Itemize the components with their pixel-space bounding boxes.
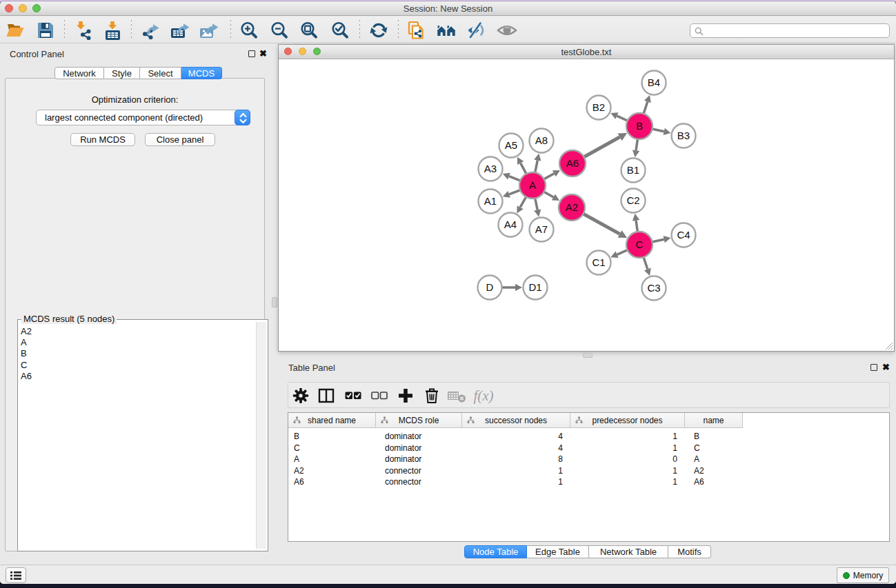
- column-header-shared-name[interactable]: shared name: [288, 413, 376, 428]
- svg-text:A7: A7: [535, 223, 548, 235]
- control-panel-tab-mcds[interactable]: MCDS: [181, 67, 222, 79]
- graph-node-D1[interactable]: D1: [524, 276, 548, 300]
- svg-text:A8: A8: [535, 134, 548, 146]
- table-panel: Table Panel ✖ f(x) shared name MCDS role…: [278, 360, 896, 563]
- table-tab-node-table[interactable]: Node Table: [464, 545, 527, 558]
- table-row[interactable]: A6connector11A6: [288, 476, 889, 487]
- graph-node-A[interactable]: A: [519, 172, 546, 199]
- graph-node-A4[interactable]: A4: [499, 213, 523, 237]
- graph-node-A7[interactable]: A7: [530, 218, 554, 242]
- graph-node-D[interactable]: D: [478, 276, 502, 300]
- table-row[interactable]: Cdominator41C: [288, 442, 889, 454]
- zoom-in-icon[interactable]: [238, 19, 260, 41]
- table-tab-motifs[interactable]: Motifs: [668, 545, 711, 558]
- column-header-successor-nodes[interactable]: successor nodes: [462, 413, 570, 428]
- mcds-result-item[interactable]: B: [18, 348, 268, 359]
- table-cell: 1: [570, 466, 677, 476]
- svg-text:A5: A5: [505, 139, 517, 151]
- save-session-icon[interactable]: [34, 19, 57, 41]
- import-network-icon[interactable]: [72, 19, 94, 41]
- memory-button[interactable]: Memory: [837, 567, 889, 583]
- search-input[interactable]: [690, 23, 890, 38]
- split-columns-icon[interactable]: [315, 385, 337, 407]
- show-panels-button[interactable]: [6, 567, 26, 583]
- horizontal-split-handle[interactable]: [583, 353, 593, 358]
- mcds-result-item[interactable]: A: [18, 337, 268, 348]
- table-tab-network-table[interactable]: Network Table: [589, 545, 668, 558]
- graph-node-A1[interactable]: A1: [479, 190, 503, 214]
- resize-grip-icon[interactable]: [884, 341, 893, 350]
- criterion-select[interactable]: largest connected component (directed): [36, 110, 250, 125]
- table-close-icon[interactable]: ✖: [882, 363, 890, 372]
- close-panel-icon[interactable]: ✖: [259, 49, 267, 58]
- column-header-name[interactable]: name: [685, 413, 743, 428]
- graph-node-C1[interactable]: C1: [587, 251, 611, 275]
- table-row[interactable]: Adominator80A: [288, 453, 889, 465]
- graph-node-C2[interactable]: C2: [621, 189, 646, 213]
- table-float-icon[interactable]: [870, 364, 877, 371]
- export-network-icon[interactable]: [139, 19, 161, 41]
- zoom-out-icon[interactable]: [268, 19, 290, 41]
- close-panel-button[interactable]: Close panel: [145, 133, 215, 146]
- graph-node-A8[interactable]: A8: [530, 129, 554, 153]
- toolbar-separator: [359, 20, 360, 41]
- table-cell: 8: [462, 454, 563, 464]
- function-builder-icon: f(x): [472, 385, 495, 407]
- graph-node-C[interactable]: C: [626, 232, 653, 258]
- zoom-selected-icon[interactable]: [329, 19, 351, 41]
- zoom-fit-icon[interactable]: [298, 19, 320, 41]
- criterion-value: largest connected component (directed): [45, 112, 203, 123]
- float-panel-icon[interactable]: [248, 50, 255, 57]
- graph-node-C4[interactable]: C4: [672, 223, 696, 247]
- table-row[interactable]: A2connector11A2: [288, 465, 889, 476]
- session-files-icon[interactable]: [406, 19, 428, 41]
- table-cell: 1: [462, 477, 563, 487]
- delete-column-icon[interactable]: [421, 385, 443, 407]
- graph-node-B4[interactable]: B4: [642, 71, 666, 95]
- mcds-result-item[interactable]: C: [18, 360, 268, 371]
- table-row[interactable]: Bdominator41B: [288, 430, 889, 442]
- control-panel-tab-select[interactable]: Select: [140, 67, 181, 79]
- home-layout-icon[interactable]: [435, 19, 457, 41]
- column-header-MCDS-role[interactable]: MCDS role: [376, 413, 462, 428]
- open-session-icon[interactable]: [4, 19, 26, 41]
- graph-node-B2[interactable]: B2: [587, 96, 611, 120]
- export-table-icon[interactable]: [169, 19, 191, 41]
- show-columns-icon[interactable]: [342, 385, 364, 407]
- column-header-predecessor-nodes[interactable]: predecessor nodes: [570, 413, 685, 428]
- graph-node-C3[interactable]: C3: [642, 276, 666, 301]
- select-stepper-icon: [235, 110, 250, 125]
- mcds-result-item[interactable]: A2: [18, 326, 268, 337]
- network-canvas[interactable]: A A6 A2 B C A5 A8 A3 A1 A4 A7 B2 B4: [279, 60, 894, 351]
- table-toolbar: f(x): [288, 382, 890, 408]
- graph-node-B[interactable]: B: [626, 113, 653, 139]
- control-panel-tab-style[interactable]: Style: [104, 67, 140, 79]
- mcds-result-item[interactable]: A6: [18, 371, 268, 382]
- graph-node-A5[interactable]: A5: [499, 134, 524, 158]
- memory-label: Memory: [853, 571, 883, 580]
- table-tab-edge-table[interactable]: Edge Table: [527, 545, 589, 558]
- hide-graphics-icon[interactable]: [466, 19, 488, 41]
- refresh-icon[interactable]: [368, 19, 390, 41]
- table-cell: C: [694, 443, 700, 453]
- export-image-icon[interactable]: [198, 19, 220, 41]
- control-panel-tab-network[interactable]: Network: [54, 67, 104, 79]
- table-settings-icon[interactable]: [290, 385, 312, 407]
- svg-text:A6: A6: [566, 157, 579, 169]
- hide-columns-icon[interactable]: [368, 385, 390, 407]
- graph-node-B1[interactable]: B1: [621, 159, 646, 183]
- add-column-icon[interactable]: [395, 385, 417, 407]
- svg-text:A4: A4: [504, 219, 517, 230]
- graph-node-A3[interactable]: A3: [479, 157, 503, 181]
- vertical-split-handle[interactable]: [272, 297, 277, 307]
- graph-node-B3[interactable]: B3: [672, 124, 696, 148]
- graph-node-A6[interactable]: A6: [559, 150, 586, 176]
- table-cell: B: [294, 432, 299, 441]
- show-graphics-icon[interactable]: [496, 19, 518, 41]
- graph-node-A2[interactable]: A2: [559, 194, 585, 221]
- run-mcds-button[interactable]: Run MCDS: [70, 133, 135, 146]
- result-scrollbar[interactable]: [256, 322, 266, 549]
- import-table-icon[interactable]: [102, 19, 124, 41]
- optimization-criterion-label: Optimization criterion:: [6, 94, 264, 105]
- table-cell: 4: [462, 432, 563, 441]
